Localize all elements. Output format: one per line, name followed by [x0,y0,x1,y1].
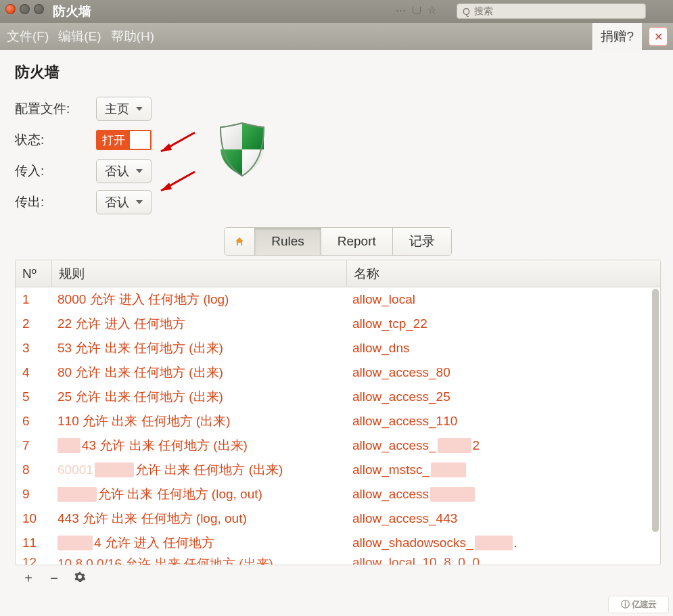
column-rule[interactable]: 规则 [52,260,347,287]
menu-help[interactable]: 帮助(H) [111,28,154,45]
table-row[interactable]: 860001 允许 出来 任何地方 (出来)allow_mstsc_ [16,458,660,482]
cell-number: 8 [16,463,52,477]
cell-rule: 80 允许 出来 任何地方 (出来) [52,364,347,381]
outgoing-label: 传出: [15,193,96,211]
cell-number: 2 [16,316,52,331]
remove-rule-button[interactable]: − [47,571,61,586]
table-row[interactable]: 18000 允许 进入 任何地方 (log)allow_local [16,287,660,312]
status-row: 状态: 打开 [15,124,661,156]
tab-rules[interactable]: Rules [255,228,321,255]
table-row[interactable]: 480 允许 出来 任何地方 (出来)allow_access_80 [16,360,660,385]
tab-log[interactable]: 记录 [393,228,451,255]
content: 防火墙 配置文件: 主页 状态: 打开 传入: 否认 传出: [0,50,673,591]
cell-rule: 43 允许 出来 任何地方 (出来) [52,437,347,454]
star-icon[interactable] [427,4,436,16]
cell-rule: 10.8.0.0/16 允许 出来 任何地方 (出来) [52,555,347,565]
cell-number: 10 [16,511,52,526]
redacted [57,487,97,502]
table-row[interactable]: 353 允许 出来 任何地方 (出来)allow_dns [16,336,660,360]
bottom-toolbar: + − [15,565,661,588]
tab-report[interactable]: Report [321,228,393,255]
column-number[interactable]: Nº [16,260,52,287]
svg-marker-3 [161,183,172,191]
annotation-arrow [154,130,202,160]
svg-marker-1 [161,143,172,151]
cell-rule: 8000 允许 进入 任何地方 (log) [52,291,347,308]
redacted [95,463,134,477]
cell-rule: 4 允许 进入 任何地方 [52,534,347,552]
page-title: 防火墙 [15,62,661,82]
redacted [57,536,93,550]
table-row[interactable]: 1210.8.0.0/16 允许 出来 任何地方 (出来)allow_local… [16,555,660,565]
outgoing-dropdown[interactable]: 否认 [96,190,152,214]
status-label: 状态: [15,131,96,149]
table-row[interactable]: 10443 允许 出来 任何地方 (log, out)allow_access_… [16,506,660,531]
window-title: 防火墙 [53,3,91,20]
cell-number: 4 [16,365,52,380]
table-row[interactable]: 9 允许 出来 任何地方 (log, out)allow_access [16,482,660,506]
minimize-window-icon[interactable] [20,4,30,14]
table-row[interactable]: 222 允许 进入 任何地方allow_tcp_22 [16,312,660,336]
cell-name: allow_access_80 [347,365,660,380]
watermark-text: 亿速云 [632,598,656,611]
table-row[interactable]: 6110 允许 出来 任何地方 (出来)allow_access_110 [16,409,660,433]
redacted [431,463,466,477]
chevron-down-icon [136,107,143,111]
tab-home[interactable] [225,228,255,255]
cell-name: allow_access [347,487,660,502]
search-box[interactable]: Q 搜索 [457,3,646,19]
profile-label: 配置文件: [15,100,96,118]
cell-number: 1 [16,292,52,307]
cell-rule: 53 允许 出来 任何地方 (出来) [52,339,347,357]
table-body[interactable]: 18000 允许 进入 任何地方 (log)allow_local222 允许 … [16,287,660,565]
status-toggle[interactable]: 打开 [96,130,152,150]
table-row[interactable]: 525 允许 出来 任何地方 (出来)allow_access_25 [16,385,660,409]
table-row[interactable]: 743 允许 出来 任何地方 (出来)allow_access_2 [16,433,660,458]
outgoing-value: 否认 [105,194,129,210]
redacted [57,438,80,453]
menu-edit[interactable]: 编辑(E) [58,28,101,45]
window: 防火墙 ⋯ Q 搜索 文件(F) 编辑(E) 帮助(H) 捐赠? ✕ 防火墙 配… [0,0,673,616]
scrollbar-thumb[interactable] [652,289,659,532]
dots-icon[interactable]: ⋯ [396,4,406,16]
cell-number: 3 [16,341,52,356]
cell-name: allow_access_110 [347,414,660,429]
outgoing-row: 传出: 否认 [15,187,661,218]
cell-name: allow_tcp_22 [347,316,660,331]
cell-name: allow_access_25 [347,389,660,404]
cell-name: allow_local [347,292,660,307]
cell-rule: 443 允许 出来 任何地方 (log, out) [52,510,347,527]
settings-button[interactable] [73,571,87,585]
scrollbar[interactable] [652,289,659,559]
home-icon [234,236,245,247]
donate-button[interactable]: 捐赠? [592,23,642,50]
close-button[interactable]: ✕ [649,27,668,46]
cell-rule: 25 允许 出来 任何地方 (出来) [52,388,347,406]
chevron-down-icon [136,169,143,173]
cell-number: 6 [16,414,52,429]
watermark-icon: ⓘ [621,598,629,611]
titlebar: 防火墙 ⋯ Q 搜索 [0,0,673,23]
maximize-window-icon[interactable] [34,4,44,14]
cell-rule: 允许 出来 任何地方 (log, out) [52,485,347,503]
menubar: 文件(F) 编辑(E) 帮助(H) 捐赠? ✕ [0,23,673,50]
cell-rule: 60001 允许 出来 任何地方 (出来) [52,461,347,479]
tabbar: Rules Report 记录 [15,227,661,256]
close-window-icon[interactable] [5,4,16,14]
chevron-down-icon [136,200,143,204]
table-row[interactable]: 114 允许 进入 任何地方allow_shadowsocks_. [16,531,660,555]
menu-file[interactable]: 文件(F) [7,28,49,45]
profile-dropdown[interactable]: 主页 [96,97,152,121]
profile-row: 配置文件: 主页 [15,93,661,124]
cell-number: 9 [16,487,52,502]
column-name[interactable]: 名称 [347,260,660,287]
add-rule-button[interactable]: + [22,571,35,586]
cell-name: allow_access_443 [347,511,660,526]
cell-name: allow_shadowsocks_. [347,536,660,550]
status-value: 打开 [97,131,130,149]
window-buttons [5,4,44,14]
toggle-knob [130,131,150,149]
pocket-icon[interactable] [413,7,421,14]
redacted [430,487,475,502]
incoming-dropdown[interactable]: 否认 [96,159,152,183]
